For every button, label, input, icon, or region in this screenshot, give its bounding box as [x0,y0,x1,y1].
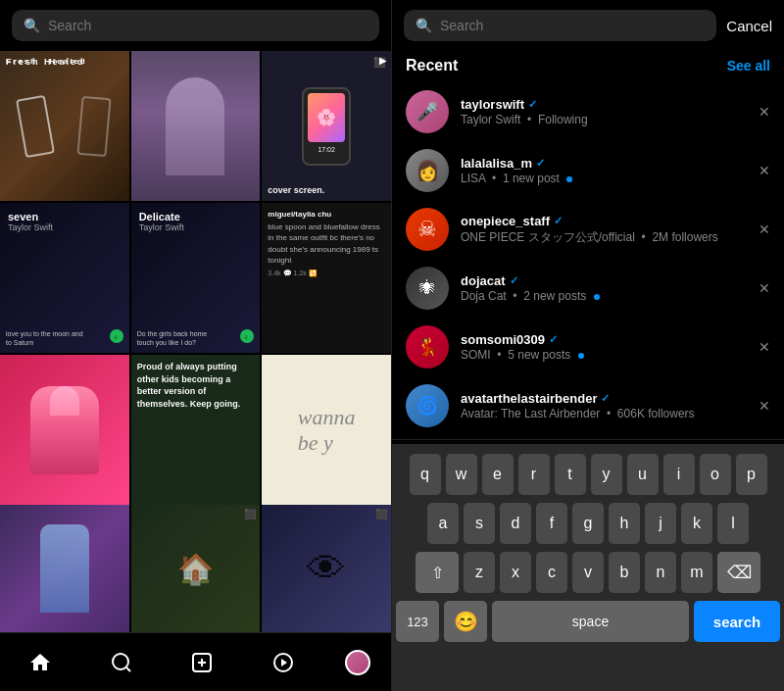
new-post-indicator [594,294,600,300]
key-m[interactable]: m [681,552,712,593]
grid-cell-2[interactable] [131,51,261,201]
grid-cell-6[interactable]: miguel/taylia chu blue spoon and bluefal… [262,203,391,353]
info-somsomi: somsomi0309 ✓ SOMI • 5 new posts [461,332,747,362]
key-a[interactable]: a [427,503,459,544]
numbers-key[interactable]: 123 [396,601,439,642]
grid-cell-5[interactable]: Delicate Taylor Swift Do the girls back … [131,203,261,353]
key-x[interactable]: x [500,552,531,593]
grid-cell-8[interactable]: Proud of always putting other kids becom… [131,355,261,505]
grid-cell-10[interactable] [0,505,129,632]
key-w[interactable]: w [446,454,477,495]
close-taylorswift[interactable]: ✕ [759,104,770,120]
grid-cell-9[interactable]: wannabe y [262,355,391,505]
shift-key[interactable]: ⇧ [416,552,459,593]
subtext-lalalalisa: LISA • 1 new post [461,172,747,185]
grid-cell-3[interactable]: 🌸 17:02 cover screen. ⬛ [262,51,391,201]
space-key[interactable]: space [492,601,689,642]
key-k[interactable]: k [681,503,712,544]
verified-badge: ✓ [601,392,610,405]
key-d[interactable]: d [500,503,531,544]
username-dojacat: dojacat ✓ [461,273,747,288]
keyboard-row-4: 123 😊 space search [396,601,780,642]
new-post-indicator [566,176,572,182]
close-lalalalisa[interactable]: ✕ [759,163,770,178]
recent-item-onepiece[interactable]: ☠ onepiece_staff ✓ ONE PIECE スタッフ公式/offi… [392,200,784,259]
search-key[interactable]: search [694,601,780,642]
key-y[interactable]: y [591,454,622,495]
key-s[interactable]: s [464,503,495,544]
subtext-avatar: Avatar: The Last Airbender • 606K follow… [461,407,747,420]
nav-add[interactable] [182,643,221,682]
key-b[interactable]: b [609,552,640,593]
recent-item-taylorswift[interactable]: 🎤 taylorswift ✓ Taylor Swift • Following… [392,82,784,141]
divider [392,439,784,440]
nav-avatar[interactable] [345,650,370,675]
grid-cell-4[interactable]: seven Taylor Swift love you to the moon … [0,203,129,353]
delete-key[interactable]: ⌫ [717,552,760,593]
right-search-box[interactable]: 🔍 [404,10,716,41]
nav-home[interactable] [21,643,60,682]
username-avatar: avatarthelastairbender ✓ [461,391,747,406]
recent-list: 🎤 taylorswift ✓ Taylor Swift • Following… [392,82,784,435]
info-lalalalisa: lalalalisa_m ✓ LISA • 1 new post [461,156,747,185]
key-c[interactable]: c [536,552,567,593]
verified-badge: ✓ [549,333,558,346]
right-panel: 🔍 Cancel Recent See all 🎤 taylorswift ✓ … [392,0,784,691]
recent-title: Recent [406,57,458,74]
left-search-bar: 🔍 [0,0,391,51]
username-onepiece: onepiece_staff ✓ [461,214,747,228]
subtext-somsomi: SOMI • 5 new posts [461,348,747,362]
close-dojacat[interactable]: ✕ [759,280,770,296]
close-somsomi[interactable]: ✕ [759,339,770,355]
subtext-onepiece: ONE PIECE スタッフ公式/official • 2M followers [461,229,747,246]
key-e[interactable]: e [482,454,514,495]
key-l[interactable]: l [717,503,749,544]
avatar-somsomi: 💃 [406,325,449,369]
key-r[interactable]: r [518,454,550,495]
key-p[interactable]: p [736,454,767,495]
key-g[interactable]: g [572,503,604,544]
photo-grid: Fresh Healed 🌸 17:02 cover screen. ⬛ [0,51,391,505]
key-i[interactable]: i [663,454,695,495]
cancel-button[interactable]: Cancel [726,18,772,34]
key-z[interactable]: z [464,552,495,593]
grid-cell-11[interactable]: 🏠 ⬛ [131,505,261,632]
see-all-button[interactable]: See all [727,58,770,74]
left-search-input[interactable] [48,18,368,33]
grid-cell-12[interactable]: 👁 ⬛ [262,505,391,632]
key-v[interactable]: v [572,552,604,593]
right-search-input[interactable] [440,18,705,33]
grid-cell-7[interactable] [0,355,129,505]
key-h[interactable]: h [609,503,640,544]
key-f[interactable]: f [536,503,567,544]
recent-item-lalalalisa[interactable]: 👩 lalalalisa_m ✓ LISA • 1 new post ✕ [392,141,784,200]
avatar-taylorswift: 🎤 [406,90,449,133]
username-somsomi: somsomi0309 ✓ [461,332,747,347]
keyboard-row-2: a s d f g h j k l [396,503,780,544]
key-j[interactable]: j [645,503,676,544]
key-t[interactable]: t [555,454,586,495]
info-onepiece: onepiece_staff ✓ ONE PIECE スタッフ公式/offici… [461,214,747,246]
nav-reels[interactable] [264,643,303,682]
grid-cell-1[interactable]: Fresh Healed [0,51,129,201]
recent-item-somsomi[interactable]: 💃 somsomi0309 ✓ SOMI • 5 new posts ✕ [392,318,784,376]
new-post-indicator [578,353,584,359]
info-avatar: avatarthelastairbender ✓ Avatar: The Las… [461,391,747,420]
svg-point-4 [113,654,128,669]
right-search-bar: 🔍 Cancel [392,0,784,51]
verified-badge: ✓ [554,215,563,227]
recent-item-dojacat[interactable]: 🕷 dojacat ✓ Doja Cat • 2 new posts ✕ [392,259,784,318]
verified-badge: ✓ [510,274,518,287]
key-o[interactable]: o [700,454,731,495]
close-avatar[interactable]: ✕ [759,398,770,414]
info-taylorswift: taylorswift ✓ Taylor Swift • Following [461,97,747,126]
key-n[interactable]: n [645,552,676,593]
subtext-taylorswift: Taylor Swift • Following [461,113,747,126]
key-u[interactable]: u [627,454,659,495]
left-search-box[interactable]: 🔍 [12,10,379,41]
key-q[interactable]: q [410,454,441,495]
close-onepiece[interactable]: ✕ [759,222,770,237]
emoji-key[interactable]: 😊 [444,601,487,642]
nav-search[interactable] [102,643,141,682]
recent-item-avatar[interactable]: 🌀 avatarthelastairbender ✓ Avatar: The L… [392,376,784,435]
